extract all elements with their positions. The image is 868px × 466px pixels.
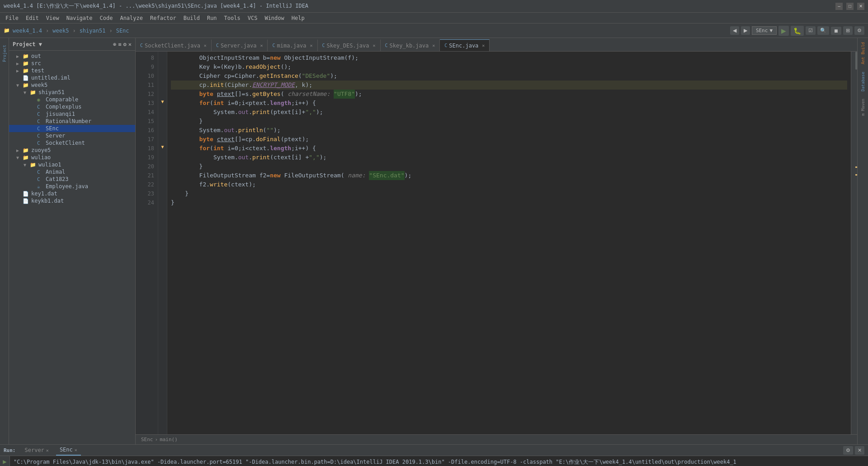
code-line-22: f2.write(ctext); xyxy=(171,180,847,189)
scroll-right[interactable] xyxy=(851,52,857,434)
class-icon: C xyxy=(37,111,44,117)
code-line-12: byte ptext[]=s.getBytes( charsetName: "U… xyxy=(171,90,847,99)
menu-code[interactable]: Code xyxy=(96,14,117,22)
breadcrumb-week5[interactable]: week5 xyxy=(52,28,69,34)
run-config-selector[interactable]: SEnc ▼ xyxy=(752,26,777,35)
tab-server[interactable]: C Server.java ✕ xyxy=(212,39,268,51)
class-icon: C xyxy=(37,169,44,175)
class-icon: C xyxy=(37,126,44,132)
toolbar: 📁 week4_1.4 › week5 › shiyan51 › SEnc ◀ … xyxy=(0,24,868,38)
bottom-tab-server[interactable]: Server ✕ xyxy=(21,445,52,456)
debug-button[interactable]: 🐛 xyxy=(791,26,804,36)
menu-view[interactable]: View xyxy=(42,14,63,22)
tab-close-senc-bottom[interactable]: ✕ xyxy=(75,447,77,452)
menu-file[interactable]: File xyxy=(2,14,22,22)
tree-item-cat[interactable]: ▶ C Cat1823 xyxy=(9,176,135,183)
tab-mima[interactable]: C mima.java ✕ xyxy=(268,39,317,51)
close-button[interactable]: ✕ xyxy=(857,3,864,10)
close-panel-icon[interactable]: ✕ xyxy=(128,41,132,48)
tree-item-jisuanqi[interactable]: ▶ C jisuanqi1 xyxy=(9,110,135,118)
tree-item-socketclient[interactable]: ▶ C SocketClient xyxy=(9,139,135,147)
bottom-close-btn[interactable]: ✕ xyxy=(855,446,864,455)
tab-skey-des[interactable]: C Skey_DES.java ✕ xyxy=(318,39,381,51)
tree-item-complexplus[interactable]: ▶ C Complexplus xyxy=(9,103,135,110)
breadcrumb-senc[interactable]: SEnc xyxy=(116,28,129,34)
java-file-icon: ☕ xyxy=(37,184,44,190)
menu-help[interactable]: Help xyxy=(288,14,308,22)
code-line-18: for(int i=0;i<ctext.length;i++) { xyxy=(171,144,847,153)
menu-analyze[interactable]: Analyze xyxy=(116,14,146,22)
run-button[interactable]: ▶ xyxy=(778,26,789,36)
tree-item-wuliao1[interactable]: ▼ 📁 wuliao1 xyxy=(9,161,135,168)
breadcrumb-main-method: main() xyxy=(160,437,178,442)
tab-close-mima[interactable]: ✕ xyxy=(310,43,313,48)
tab-senc[interactable]: C SEnc.java ✕ xyxy=(440,39,490,51)
menu-refactor[interactable]: Refactor xyxy=(146,14,180,22)
tree-item-server[interactable]: ▶ C Server xyxy=(9,132,135,139)
class-icon: C xyxy=(37,176,44,182)
tree-item-key1[interactable]: ▶ 📄 key1.dat xyxy=(9,190,135,197)
bottom-settings-btn[interactable]: ⚙ xyxy=(843,446,853,455)
menu-vcs[interactable]: VCS xyxy=(244,14,261,22)
tab-close-server-bottom[interactable]: ✕ xyxy=(46,448,49,453)
tab-close-skey-kb[interactable]: ✕ xyxy=(432,43,435,48)
maven-icon[interactable]: m Maven xyxy=(859,96,868,119)
toolbar-right: ◀ ▶ SEnc ▼ ▶ 🐛 ☑ 🔍 ⏹ ⊞ ⚙ xyxy=(730,26,864,36)
tab-close-server[interactable]: ✕ xyxy=(260,43,263,48)
minimize-button[interactable]: – xyxy=(835,3,843,10)
tree-item-zuoye5[interactable]: ▶ 📁 zuoye5 xyxy=(9,147,135,154)
tree-item-week5[interactable]: ▼ 📁 week5 xyxy=(9,81,135,89)
menu-run[interactable]: Run xyxy=(203,14,221,22)
forward-button[interactable]: ▶ xyxy=(741,26,750,35)
run-green-icon[interactable]: ▶ xyxy=(3,458,6,465)
menu-navigate[interactable]: Navigate xyxy=(63,14,96,22)
search-button[interactable]: 🔍 xyxy=(817,26,829,35)
maximize-button[interactable]: □ xyxy=(846,3,854,10)
bottom-tabs: Run: Server ✕ SEnc ✕ ⚙ ✕ xyxy=(0,445,868,456)
tree-item-test[interactable]: ▶ 📁 test xyxy=(9,67,135,74)
layout-button[interactable]: ⊞ xyxy=(843,26,853,35)
tab-close-socketclient[interactable]: ✕ xyxy=(204,43,207,48)
tree-item-animal[interactable]: ▶ C Animal xyxy=(9,168,135,176)
code-content[interactable]: ObjectInputStream b=new ObjectInputStrea… xyxy=(167,52,851,434)
menu-edit[interactable]: Edit xyxy=(22,14,42,22)
menu-tools[interactable]: Tools xyxy=(221,14,244,22)
back-button[interactable]: ◀ xyxy=(730,26,739,35)
breadcrumb-project[interactable]: week4_1.4 xyxy=(13,28,42,34)
tab-skey-kb[interactable]: C Skey_kb.java ✕ xyxy=(381,39,440,51)
project-panel-header: Project ▼ ⊕ ≡ ⚙ ✕ xyxy=(9,38,135,51)
tree-item-rationalnumber[interactable]: ▶ C RationalNumber xyxy=(9,118,135,125)
output-line-1: "C:\Program Files\Java\jdk-13\bin\java.e… xyxy=(14,458,864,466)
ant-build-icon[interactable]: Ant Build xyxy=(859,40,868,67)
tree-item-src[interactable]: ▶ 📁 src xyxy=(9,60,135,67)
settings-button[interactable]: ⚙ xyxy=(854,26,864,35)
stop-button[interactable]: ⏹ xyxy=(831,27,841,35)
database-icon[interactable]: Database xyxy=(859,68,868,95)
project-label: Project ▼ xyxy=(13,41,42,48)
tree-item-wuliao[interactable]: ▼ 📁 wuliao xyxy=(9,154,135,161)
expand-icon[interactable]: ≡ xyxy=(118,41,121,48)
menu-build[interactable]: Build xyxy=(180,14,203,22)
settings-icon[interactable]: ⚙ xyxy=(123,41,127,48)
tree-item-out[interactable]: ▶ 📁 out xyxy=(9,52,135,60)
locate-icon[interactable]: ⊕ xyxy=(113,41,116,48)
class-icon: C xyxy=(37,119,44,124)
tree-item-iml[interactable]: ▶ 📄 untitled.iml xyxy=(9,74,135,81)
coverage-button[interactable]: ☑ xyxy=(806,26,816,35)
tree-item-employee[interactable]: ▶ ☕ Employee.java xyxy=(9,183,135,190)
tree-item-senc[interactable]: ▶ C SEnc xyxy=(9,125,135,132)
menu-window[interactable]: Window xyxy=(261,14,288,22)
tree-item-shiyan51[interactable]: ▼ 📁 shiyan51 xyxy=(9,89,135,96)
tree-item-comparable[interactable]: ▶ ◉ Comparable xyxy=(9,96,135,103)
tab-close-senc[interactable]: ✕ xyxy=(482,43,485,48)
breadcrumb-shiyan51[interactable]: shiyan51 xyxy=(80,28,106,34)
tab-close-skey-des[interactable]: ✕ xyxy=(373,43,375,48)
bottom-tab-senc[interactable]: SEnc ✕ xyxy=(56,445,81,456)
code-line-21: FileOutputStream f2=new FileOutputStream… xyxy=(171,171,847,180)
tree-item-keykb1[interactable]: ▶ 📄 keykb1.dat xyxy=(9,197,135,204)
bottom-toolbar-left: ▶ ⏹ ↺ 📌 ▲ ▼ ↵ 🖨 🗑 xyxy=(0,456,10,466)
toolbar-folder-icon: 📁 xyxy=(4,28,10,33)
tab-socketclient[interactable]: C SocketClient.java ✕ xyxy=(136,39,212,51)
project-icon[interactable]: Project xyxy=(0,40,9,67)
bottom-content: "C:\Program Files\Java\jdk-13\bin\java.e… xyxy=(10,456,868,466)
